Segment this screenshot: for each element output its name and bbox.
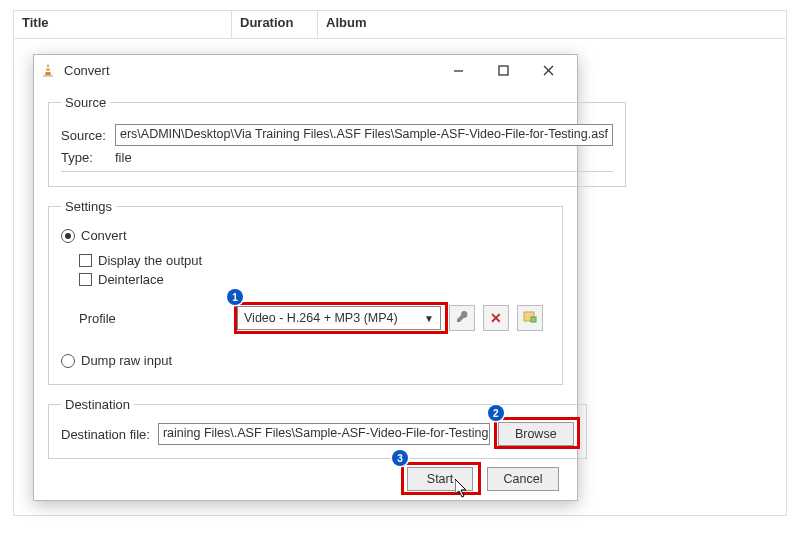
display-output-label: Display the output <box>98 253 202 268</box>
display-output-checkbox[interactable]: Display the output <box>79 253 202 268</box>
annotation-badge-2: 2 <box>488 405 504 421</box>
start-button[interactable]: Start <box>407 467 473 491</box>
svg-marker-0 <box>45 63 51 75</box>
svg-rect-1 <box>43 75 53 77</box>
dump-raw-label: Dump raw input <box>81 353 172 368</box>
annotation-badge-3: 3 <box>392 450 408 466</box>
svg-rect-9 <box>531 317 536 322</box>
svg-rect-3 <box>45 71 50 73</box>
destination-section: Destination Destination file: raining Fi… <box>48 397 587 459</box>
column-title[interactable]: Title <box>14 11 232 38</box>
profile-value: Video - H.264 + MP3 (MP4) <box>244 311 398 325</box>
edit-profile-button[interactable] <box>449 305 475 331</box>
type-label: Type: <box>61 150 115 165</box>
destination-legend: Destination <box>61 397 134 412</box>
cancel-button[interactable]: Cancel <box>487 467 559 491</box>
checkbox-icon <box>79 254 92 267</box>
new-profile-icon <box>523 310 537 327</box>
maximize-button[interactable] <box>481 56 526 84</box>
destination-file-input[interactable]: raining Files\.ASF Files\Sample-ASF-Vide… <box>158 423 490 445</box>
deinterlace-label: Deinterlace <box>98 272 164 287</box>
destination-file-label: Destination file: <box>61 427 150 442</box>
dialog-title: Convert <box>64 63 110 78</box>
deinterlace-checkbox[interactable]: Deinterlace <box>79 272 164 287</box>
settings-section: Settings Convert Display the output Dein… <box>48 199 563 385</box>
radio-icon <box>61 229 75 243</box>
svg-rect-2 <box>46 67 50 69</box>
convert-dialog: Convert Source Source: ers\ADMIN\Desktop… <box>33 54 578 501</box>
convert-radio-label: Convert <box>81 228 127 243</box>
column-album[interactable]: Album <box>318 11 786 38</box>
type-value: file <box>115 150 132 165</box>
close-button[interactable] <box>526 56 571 84</box>
browse-button[interactable]: Browse <box>498 422 574 446</box>
profile-label: Profile <box>79 311 229 326</box>
new-profile-button[interactable] <box>517 305 543 331</box>
radio-icon <box>61 354 75 368</box>
x-icon: ✕ <box>490 310 502 326</box>
delete-profile-button[interactable]: ✕ <box>483 305 509 331</box>
titlebar: Convert <box>34 55 577 85</box>
dump-raw-radio[interactable]: Dump raw input <box>61 353 172 368</box>
divider <box>61 171 613 172</box>
source-label: Source: <box>61 128 115 143</box>
convert-radio[interactable]: Convert <box>61 228 127 243</box>
playlist-columns-header: Title Duration Album <box>14 11 786 39</box>
checkbox-icon <box>79 273 92 286</box>
svg-rect-5 <box>499 66 508 75</box>
chevron-down-icon: ▼ <box>424 313 434 324</box>
column-duration[interactable]: Duration <box>232 11 318 38</box>
minimize-button[interactable] <box>436 56 481 84</box>
wrench-icon <box>455 310 469 327</box>
annotation-badge-1: 1 <box>227 289 243 305</box>
source-legend: Source <box>61 95 110 110</box>
settings-legend: Settings <box>61 199 116 214</box>
source-section: Source Source: ers\ADMIN\Desktop\Via Tra… <box>48 95 626 187</box>
profile-combobox[interactable]: Video - H.264 + MP3 (MP4) ▼ <box>237 306 441 330</box>
source-input[interactable]: ers\ADMIN\Desktop\Via Training Files\.AS… <box>115 124 613 146</box>
vlc-cone-icon <box>40 62 56 78</box>
